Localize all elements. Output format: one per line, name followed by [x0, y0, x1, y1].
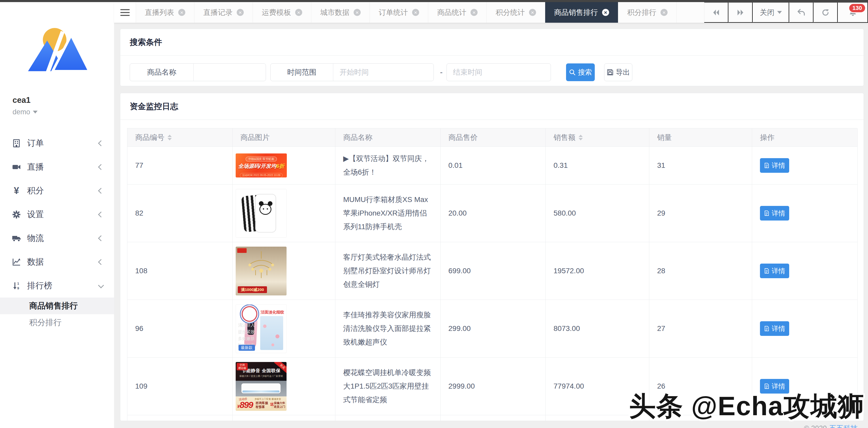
scroll-tabs-right-button[interactable]	[728, 2, 753, 23]
watermark: 头条 @Echa攻城狮	[629, 389, 865, 424]
export-button[interactable]: 导出	[604, 63, 632, 81]
product-name-label: 商品名称	[130, 64, 194, 81]
time-range-group: 时间范围	[270, 63, 434, 81]
sidebar-subitem-product-sales-ranking[interactable]: 商品销售排行	[0, 298, 114, 314]
cell-quantity: 29	[649, 184, 752, 242]
menu-toggle-button[interactable]	[114, 2, 136, 23]
table-panel-title: 资金监控日志	[120, 93, 864, 120]
caret-down-icon	[777, 11, 782, 14]
start-time-input[interactable]	[333, 64, 433, 81]
sort-carets-icon[interactable]	[167, 135, 172, 141]
sidebar-item-logistics[interactable]: 物流	[0, 226, 114, 250]
tab-close-icon[interactable]	[353, 9, 361, 16]
tab-points-ranking[interactable]: 积分排行	[618, 2, 677, 23]
column-header-quantity: 销量	[649, 128, 752, 147]
search-button[interactable]: 搜索	[566, 63, 595, 81]
cell-quantity: 27	[649, 300, 752, 358]
tab-close-icon[interactable]	[412, 9, 419, 16]
detail-button[interactable]: 详情	[760, 264, 789, 278]
image-tagline: 洁面淡化细纹	[261, 310, 284, 315]
tab-product-sales-ranking[interactable]: 商品销售排行	[545, 2, 618, 23]
column-header-product-image: 商品图片	[232, 128, 335, 147]
sidebar-item-settings[interactable]: 设置	[0, 203, 114, 226]
tab-live-records[interactable]: 直播记录	[194, 2, 253, 23]
main-content: 搜索条件 商品名称 时间范围 - 搜索 导出 资金监控日志	[114, 23, 868, 428]
building-icon	[11, 138, 22, 148]
sidebar-item-data[interactable]: 数据	[0, 250, 114, 274]
tab-points-stats[interactable]: 积分统计	[487, 2, 545, 23]
product-name-group: 商品名称	[130, 63, 266, 81]
company-link[interactable]: 五五科技	[829, 424, 858, 428]
cell-price: 699.00	[440, 242, 546, 300]
end-time-input[interactable]	[446, 63, 551, 81]
tab-freight-template[interactable]: 运费模板	[253, 2, 311, 23]
sidebar-item-live[interactable]: 直播	[0, 155, 114, 179]
cell-product-id: 77	[127, 147, 232, 184]
cell-product-id: 82	[127, 184, 232, 242]
tab-close-icon[interactable]	[660, 9, 668, 16]
detail-button[interactable]: 详情	[760, 321, 789, 336]
cell-product-id: 96	[127, 300, 232, 358]
brand-chip	[237, 248, 247, 253]
column-header-price: 商品售价	[440, 128, 546, 147]
video-camera-icon	[11, 162, 22, 172]
product-image: 洁面淡化细纹 清洁导入 提拉紧致 多效嫩肤 除皱抗衰 最新款	[236, 304, 286, 353]
tab-close-icon[interactable]	[529, 9, 536, 16]
sidebar-item-label: 物流	[27, 233, 44, 244]
save-icon	[607, 69, 614, 76]
sidebar-subitem-points-ranking[interactable]: 积分排行	[0, 314, 114, 331]
sidebar-item-orders[interactable]: 订单	[0, 131, 114, 155]
tab-close-icon[interactable]	[470, 9, 477, 16]
tab-close-icon[interactable]	[237, 9, 244, 16]
document-icon	[764, 162, 770, 168]
column-header-actions: 操作	[752, 128, 858, 147]
role-dropdown[interactable]: demo	[12, 108, 114, 116]
close-tabs-dropdown[interactable]: 关闭	[753, 2, 789, 23]
sidebar-item-points[interactable]: ¥ 积分	[0, 179, 114, 203]
column-header-product-id: 商品编号	[127, 128, 232, 147]
scroll-tabs-left-button[interactable]	[704, 2, 728, 23]
tab-product-stats[interactable]: 商品统计	[428, 2, 487, 23]
cell-product-name: 樱花蝶空调挂机单冷暖变频大1P1.5匹2匹3匹家用壁挂式节能省定频	[335, 358, 440, 415]
product-name-input[interactable]	[194, 64, 266, 81]
cell-price: 0.01	[440, 147, 546, 184]
cell-quantity: 31	[649, 147, 752, 184]
tab-order-stats[interactable]: 订单统计	[370, 2, 428, 23]
yen-icon: ¥	[11, 186, 22, 196]
detail-button[interactable]: 详情	[760, 206, 789, 220]
sidebar-item-label: 积分	[27, 185, 44, 196]
notifications-button[interactable]: 130	[838, 2, 868, 23]
cell-sales-amount: 8073.00	[546, 300, 649, 358]
chevron-left-icon	[98, 164, 104, 170]
tab-close-icon[interactable]	[295, 9, 302, 16]
tab-bar: 直播列表 直播记录 运费模板 城市数据 订单统计 商品统计 积分统计 商品销售排…	[114, 2, 868, 23]
sort-carets-icon[interactable]	[579, 135, 583, 141]
cell-product-name: ▶【双节活动】双节同庆，全场6折！	[335, 147, 440, 184]
back-button[interactable]	[789, 2, 813, 23]
top-window-edge	[0, 0, 868, 2]
refresh-button[interactable]	[813, 2, 838, 23]
tab-close-icon[interactable]	[178, 9, 185, 16]
svg-text:1: 1	[17, 282, 19, 285]
cell-product-name: 客厅灯美式轻奢水晶灯法式别墅吊灯卧室灯设计师吊灯创意全铜灯	[335, 242, 440, 300]
bear-phone-case	[255, 194, 276, 233]
tab-close-icon[interactable]	[602, 9, 609, 16]
double-chevron-right-icon	[736, 8, 745, 17]
product-image: 满1000减200	[236, 247, 286, 296]
table-row: 82 MUMU行李箱材质XS Max苹果iPhoneX/XR适用情侣系列11防摔…	[127, 184, 857, 242]
truck-icon	[11, 233, 22, 243]
role-label: demo	[12, 108, 30, 116]
sidebar-item-ranking[interactable]: 19 排行榜	[0, 274, 114, 298]
product-image: 中秋&国庆 双节钜惠 全场源码/开发均6折 活动时间:2022.09.05-20…	[236, 153, 287, 178]
product-sales-table: 商品编号 商品图片 商品名称 商品售价 销售额 销量 操作 77 中秋&国庆	[127, 128, 857, 421]
detail-button[interactable]: 详情	[760, 158, 789, 173]
sidebar: cea1 demo 订单 直播 ¥ 积分	[0, 2, 114, 428]
tab-live-list[interactable]: 直播列表	[136, 2, 194, 23]
username: cea1	[12, 95, 114, 105]
new-model-badge: 最新款	[239, 345, 255, 351]
gear-icon	[11, 210, 22, 219]
chevron-left-icon	[98, 188, 104, 194]
document-icon	[764, 210, 770, 216]
tab-city-data[interactable]: 城市数据	[311, 2, 370, 23]
table-row: 77 中秋&国庆 双节钜惠 全场源码/开发均6折 活动时间:2022.09.05…	[127, 147, 857, 184]
